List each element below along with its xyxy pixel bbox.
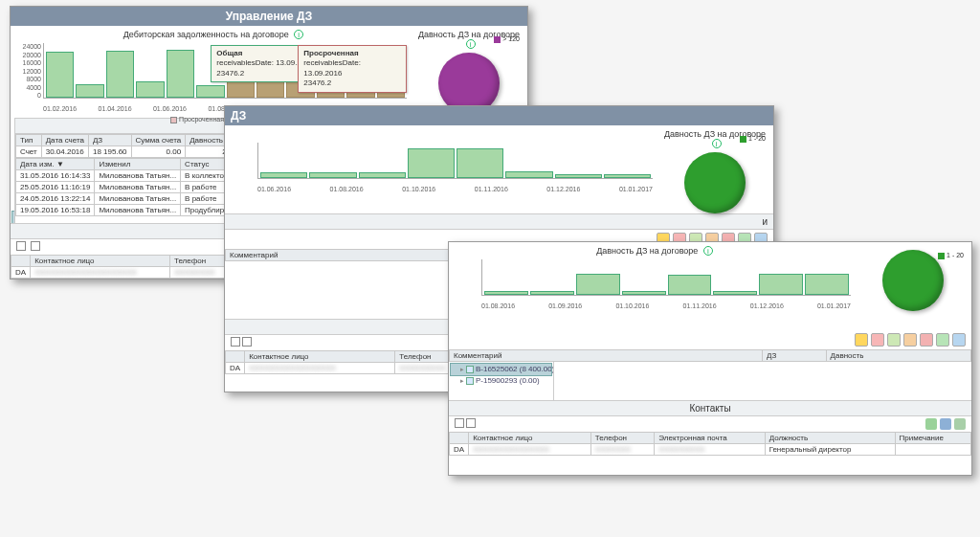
chart-title: Дебиторская задолженность на договоре [123, 30, 289, 39]
edit-icon[interactable] [887, 333, 901, 347]
debt-age-pie: Давность ДЗ на договоре i > 120 [416, 30, 522, 112]
grid-mode-icon[interactable] [31, 241, 40, 251]
debt-area-chart: Дебиторская задолженность на договоре i … [16, 30, 411, 116]
info-icon[interactable]: i [466, 39, 476, 49]
grid-mode-icon[interactable] [455, 418, 464, 428]
comments-toolbar [449, 330, 971, 349]
table-row[interactable]: DA XXXXXXXXXXXXXXX XXXXXXX XXXXXXXXX Ген… [450, 444, 971, 456]
info-icon[interactable]: i [703, 246, 713, 256]
debt-age-pie: 1 - 20 [860, 246, 966, 328]
debt-age-pie: Давность ДЗ на договоре i 1 - 20 [662, 129, 768, 212]
document-icon [466, 366, 474, 373]
favorite-icon[interactable] [855, 333, 868, 347]
contacts-section-title: Контакты [449, 400, 971, 416]
contacts-table: Контактное лицо Телефон Электронная почт… [449, 432, 971, 456]
debt-area-chart-small: Давность ДЗ на договоре i 01.08.2016 01.… [455, 246, 855, 313]
debt-area-chart-small: 01.06.2016 01.08.2016 01.10.2016 01.11.2… [231, 129, 657, 196]
window-title: ДЗ [225, 106, 773, 125]
window-title: Управление ДЗ [11, 7, 527, 26]
info-icon[interactable]: i [294, 30, 303, 39]
refresh-icon[interactable] [952, 333, 966, 347]
grid-mode-icon[interactable] [242, 337, 252, 347]
tag-icon[interactable] [871, 333, 884, 347]
card-icon[interactable] [940, 418, 951, 430]
pie-chart-icon [684, 152, 746, 213]
alarm-icon[interactable] [920, 333, 933, 347]
comments-table-empty: Комментарий ДЗ Давность [449, 349, 971, 362]
pie-legend: > 120 [486, 35, 520, 43]
grid-mode-icon[interactable] [16, 241, 26, 251]
contacts-left-tools [16, 241, 42, 253]
document-tree[interactable]: В-16525062 (8 400.00) Р-15900293 (0.00) [449, 362, 554, 400]
info-icon[interactable]: i [712, 139, 722, 148]
table-row[interactable]: Счет 30.04.2016 18 195.60 0.00 253 [16, 146, 239, 158]
invoice-summary-table: Тип Дата счета ДЗ Сумма счета Давность Д… [15, 134, 239, 158]
edit-icon[interactable] [925, 418, 937, 430]
grid-mode-icon[interactable] [466, 418, 476, 428]
tree-item[interactable]: Р-15900293 (0.00) [451, 375, 551, 387]
document-icon[interactable] [936, 333, 949, 347]
chart-tooltip-overdue: Просроченная receivablesDate: 13.09.2016… [298, 45, 407, 93]
window-dz-tertiary: Давность ДЗ на договоре i 01.08.2016 01.… [448, 241, 972, 476]
export-icon[interactable] [954, 418, 966, 430]
grid-mode-icon[interactable] [231, 337, 240, 347]
chart-axis: Общая receivablesDate: 13.09.2016 23476.… [43, 43, 407, 99]
document-icon [466, 377, 474, 385]
tree-item-selected[interactable]: В-16525062 (8 400.00) [451, 364, 551, 375]
pie-title: Давность ДЗ на договоре [596, 246, 698, 256]
user-icon[interactable] [903, 333, 917, 347]
